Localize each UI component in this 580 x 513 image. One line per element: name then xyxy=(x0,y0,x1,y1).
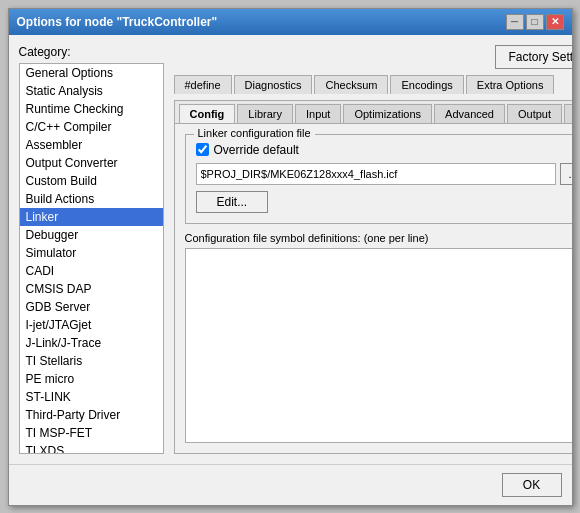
panel-content: Linker configuration file Override defau… xyxy=(175,124,572,453)
sidebar-item[interactable]: Third-Party Driver xyxy=(20,406,163,424)
sidebar-item[interactable]: General Options xyxy=(20,64,163,82)
sidebar-item[interactable]: Output Converter xyxy=(20,154,163,172)
sidebar-list[interactable]: General OptionsStatic AnalysisRuntime Ch… xyxy=(19,63,164,454)
sidebar-item[interactable]: GDB Server xyxy=(20,298,163,316)
window-body: Category: General OptionsStatic Analysis… xyxy=(9,35,572,464)
sidebar-item[interactable]: Simulator xyxy=(20,244,163,262)
tab2-list[interactable]: List xyxy=(564,104,571,123)
sidebar-item[interactable]: Static Analysis xyxy=(20,82,163,100)
symbol-section: Configuration file symbol definitions: (… xyxy=(185,232,572,443)
edit-button[interactable]: Edit... xyxy=(196,191,269,213)
override-checkbox[interactable] xyxy=(196,143,209,156)
tab2-input[interactable]: Input xyxy=(295,104,341,123)
maximize-button[interactable]: □ xyxy=(526,14,544,30)
sidebar-item[interactable]: ST-LINK xyxy=(20,388,163,406)
override-label: Override default xyxy=(214,143,299,157)
tab-encodings[interactable]: Encodings xyxy=(390,75,463,94)
symbol-textarea[interactable] xyxy=(185,248,572,443)
sidebar-item[interactable]: Assembler xyxy=(20,136,163,154)
sidebar-item[interactable]: J-Link/J-Trace xyxy=(20,334,163,352)
tab2-library[interactable]: Library xyxy=(237,104,293,123)
sidebar-item[interactable]: TI Stellaris xyxy=(20,352,163,370)
close-button[interactable]: ✕ xyxy=(546,14,564,30)
tab-extra-options[interactable]: Extra Options xyxy=(466,75,555,94)
file-path-input[interactable] xyxy=(196,163,557,185)
sidebar-item[interactable]: I-jet/JTAGjet xyxy=(20,316,163,334)
tabs-row1: #defineDiagnosticsChecksumEncodingsExtra… xyxy=(174,75,572,94)
sidebar-item[interactable]: CMSIS DAP xyxy=(20,280,163,298)
window-title: Options for node "TruckController" xyxy=(17,15,218,29)
category-label: Category: xyxy=(19,45,164,59)
tab--define[interactable]: #define xyxy=(174,75,232,94)
ok-button[interactable]: OK xyxy=(502,473,562,497)
sidebar-item[interactable]: C/C++ Compiler xyxy=(20,118,163,136)
linker-config-group: Linker configuration file Override defau… xyxy=(185,134,572,224)
group-box-label: Linker configuration file xyxy=(194,127,315,139)
symbol-label: Configuration file symbol definitions: (… xyxy=(185,232,572,244)
file-row: ... xyxy=(196,163,572,185)
sidebar: Category: General OptionsStatic Analysis… xyxy=(19,45,164,454)
sidebar-item[interactable]: Linker xyxy=(20,208,163,226)
title-controls: ─ □ ✕ xyxy=(506,14,564,30)
tab2-output[interactable]: Output xyxy=(507,104,562,123)
sidebar-item[interactable]: TI XDS xyxy=(20,442,163,454)
bottom-bar: OK xyxy=(9,464,572,505)
sidebar-item[interactable]: Build Actions xyxy=(20,190,163,208)
minimize-button[interactable]: ─ xyxy=(506,14,524,30)
main-window: Options for node "TruckController" ─ □ ✕… xyxy=(8,8,573,506)
factory-settings-button[interactable]: Factory Settings xyxy=(495,45,571,69)
options-panel: ConfigLibraryInputOptimizationsAdvancedO… xyxy=(174,100,572,454)
browse-button[interactable]: ... xyxy=(560,163,571,185)
sidebar-item[interactable]: Debugger xyxy=(20,226,163,244)
sidebar-item[interactable]: Custom Build xyxy=(20,172,163,190)
tab2-config[interactable]: Config xyxy=(179,104,236,123)
tabs-row2: ConfigLibraryInputOptimizationsAdvancedO… xyxy=(175,101,572,124)
main-content: Factory Settings #defineDiagnosticsCheck… xyxy=(174,45,572,454)
tab2-advanced[interactable]: Advanced xyxy=(434,104,505,123)
sidebar-item[interactable]: PE micro xyxy=(20,370,163,388)
sidebar-item[interactable]: CADI xyxy=(20,262,163,280)
sidebar-item[interactable]: TI MSP-FET xyxy=(20,424,163,442)
sidebar-item[interactable]: Runtime Checking xyxy=(20,100,163,118)
tab-checksum[interactable]: Checksum xyxy=(314,75,388,94)
top-bar: Factory Settings xyxy=(174,45,572,69)
title-bar: Options for node "TruckController" ─ □ ✕ xyxy=(9,9,572,35)
override-row: Override default xyxy=(196,143,572,157)
tab-diagnostics[interactable]: Diagnostics xyxy=(234,75,313,94)
tab2-optimizations[interactable]: Optimizations xyxy=(343,104,432,123)
